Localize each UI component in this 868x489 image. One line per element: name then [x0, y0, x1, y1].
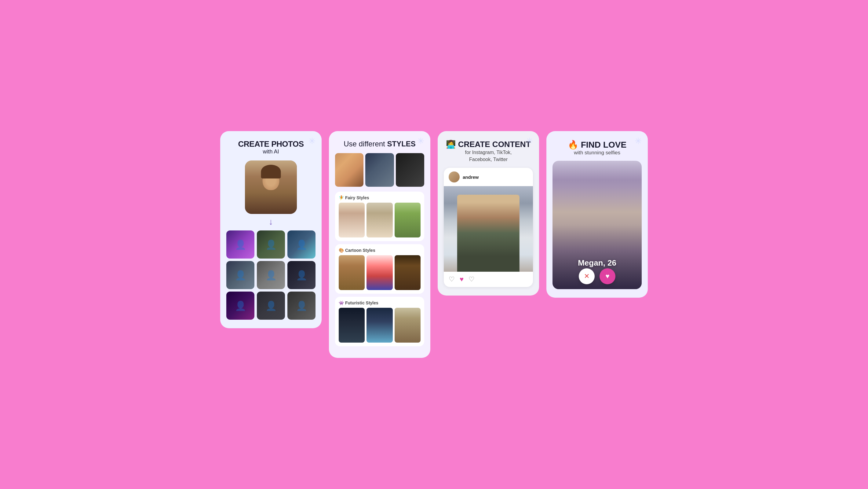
photo-cell-9 [287, 292, 315, 320]
cartoon-styles-section: 🎨 Cartoon Styles [335, 244, 424, 294]
styles-title-bold: STYLES [387, 140, 415, 148]
like-icon-1[interactable]: ♡ [449, 276, 455, 283]
fairy-styles-label: 🧚 Fairy Styles [339, 195, 421, 200]
love-person-name: Megan, 26 [578, 258, 616, 268]
photo-cell-6 [287, 261, 315, 289]
love-action-buttons: ✕ ♥ [579, 268, 615, 284]
reject-button[interactable]: ✕ [579, 268, 595, 284]
selfie-image [245, 161, 297, 214]
social-post-card: andrew ♡ ♥ ♡ [444, 168, 533, 287]
fairy-styles-images [339, 203, 421, 237]
style-img-3 [396, 153, 424, 187]
fairy-img-1 [339, 203, 365, 237]
like-button[interactable]: ♥ [599, 268, 615, 284]
create-photos-subtitle: with AI [226, 148, 315, 155]
photo-cell-2 [257, 230, 285, 259]
card-create-photos: CREATE PHOTOS with AI ↓ [220, 131, 321, 328]
style-img-1 [335, 153, 364, 187]
futuristic-img-2 [367, 308, 393, 343]
cartoon-img-1 [339, 255, 365, 290]
fairy-img-2 [367, 203, 393, 237]
create-content-subtitle: for Instagram, TikTok,Facebook, Twitter [444, 149, 533, 163]
cartoon-img-2 [367, 255, 393, 290]
post-actions: ♡ ♥ ♡ [444, 272, 533, 287]
futuristic-styles-images [339, 308, 421, 343]
find-love-subtitle: with stunning selfies [553, 150, 642, 156]
user-avatar [449, 171, 460, 182]
post-person [457, 195, 520, 272]
selfie-container [226, 161, 315, 214]
photo-cell-3 [287, 230, 315, 259]
style-img-2 [365, 153, 394, 187]
username-label: andrew [463, 174, 479, 180]
like-icon-2[interactable]: ♥ [460, 276, 464, 283]
styles-title-prefix: Use different [344, 140, 387, 148]
cartoon-styles-images [339, 255, 421, 290]
futuristic-img-3 [395, 308, 421, 343]
create-photos-title: CREATE PHOTOS [226, 140, 315, 148]
fairy-styles-section: 🧚 Fairy Styles [335, 192, 424, 241]
styles-top-row [335, 153, 424, 187]
futuristic-styles-section: 👾 Futuristic Styles [335, 297, 424, 346]
photo-cell-1 [226, 230, 254, 259]
post-header: andrew [444, 168, 533, 186]
generated-photos-grid [226, 230, 315, 320]
create-content-title: 👩‍💻 CREATE CONTENT [444, 140, 533, 149]
fairy-img-3 [395, 203, 421, 237]
cartoon-img-3 [395, 255, 421, 290]
card-find-love: 🔥 FIND LOVE with stunning selfies Megan,… [547, 131, 648, 298]
main-container: CREATE PHOTOS with AI ↓ Use different ST… [220, 131, 648, 357]
futuristic-styles-label: 👾 Futuristic Styles [339, 300, 421, 305]
photo-cell-7 [226, 292, 254, 320]
love-image-container: Megan, 26 ✕ ♥ [553, 161, 642, 289]
card-styles: Use different STYLES 🧚 Fairy Styles 🎨 Ca… [329, 131, 430, 357]
cartoon-styles-label: 🎨 Cartoon Styles [339, 248, 421, 253]
post-image [444, 186, 533, 272]
photo-cell-4 [226, 261, 254, 289]
like-icon-3[interactable]: ♡ [468, 276, 475, 283]
card-create-content: 👩‍💻 CREATE CONTENT for Instagram, TikTok… [438, 131, 539, 295]
futuristic-img-1 [339, 308, 365, 343]
arrow-down-icon: ↓ [226, 217, 315, 227]
styles-title: Use different STYLES [335, 140, 424, 148]
person-silhouette [245, 161, 297, 214]
find-love-title: 🔥 FIND LOVE [553, 140, 642, 150]
photo-cell-5 [257, 261, 285, 289]
photo-cell-8 [257, 292, 285, 320]
